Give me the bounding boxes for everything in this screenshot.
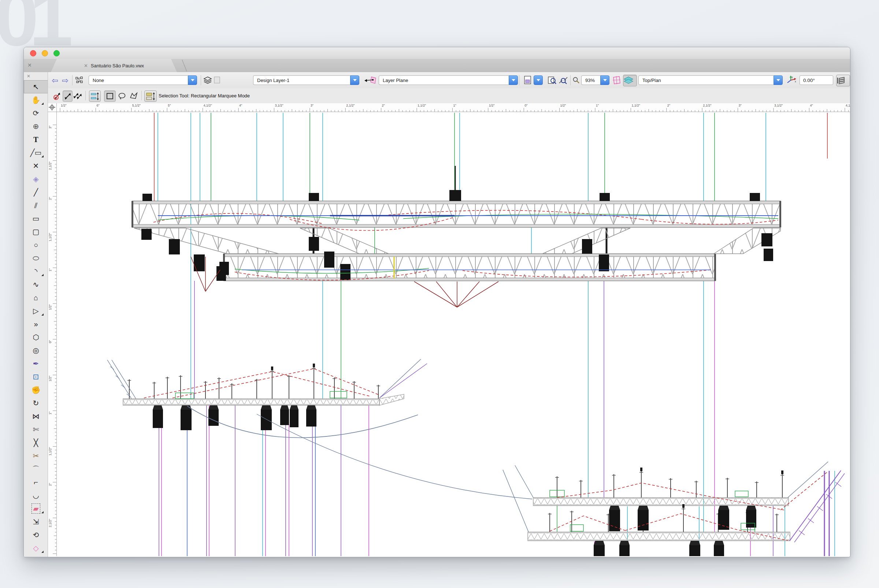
fit-page-button[interactable] <box>559 72 568 88</box>
cable-line <box>790 471 841 541</box>
palette-close-icon[interactable]: ✕ <box>24 72 48 80</box>
rectangle-tool[interactable]: ▭ <box>24 212 48 225</box>
fit-objects-button[interactable] <box>547 72 557 88</box>
back-button[interactable]: ⇦ <box>52 72 58 88</box>
mode-rectangular-marquee[interactable] <box>104 90 116 102</box>
mode-lasso-marquee[interactable] <box>117 90 127 101</box>
ellipse-tool[interactable]: ⬭ <box>24 252 48 265</box>
fillet-edge-tool[interactable]: ◡ <box>24 489 48 502</box>
cable-line <box>503 470 529 532</box>
resize-tool[interactable]: ⇲ <box>24 515 48 528</box>
truss-endcap <box>131 201 133 227</box>
h-ruler-label: 3,1/2" <box>275 104 283 107</box>
align-plane-tool[interactable]: ◇ <box>24 542 48 555</box>
angle-field[interactable]: 0.00° <box>799 72 833 88</box>
clipped-bottom-tool[interactable]: ▴ <box>24 555 48 557</box>
cable-line <box>436 282 457 307</box>
rounded-rectangle-tool[interactable]: ▢ <box>24 225 48 238</box>
rotate-3d-tool[interactable]: ⟲ <box>24 528 48 542</box>
saved-views-stack-button[interactable] <box>836 75 850 86</box>
mode-interactive-scaling-off[interactable] <box>53 90 62 101</box>
trim-tool[interactable]: ╳ <box>24 436 48 449</box>
zoom-tool[interactable]: ⊕ <box>24 120 48 133</box>
speaker-box <box>141 229 152 240</box>
truss-chord <box>132 224 780 227</box>
circle-tool[interactable]: ○ <box>24 238 48 252</box>
saved-views-button[interactable] <box>75 72 84 88</box>
clip-tool[interactable]: ✂ <box>24 449 48 462</box>
class-dropdown[interactable]: None <box>89 72 197 88</box>
fit-page-icon <box>559 76 568 85</box>
polyline-tool[interactable]: ▷ <box>24 304 48 317</box>
hoist-top <box>619 541 630 545</box>
svg-text:y: y <box>792 76 793 79</box>
fillet-tool[interactable]: ⌒ <box>24 462 48 476</box>
cable-line <box>457 282 479 307</box>
flyover-tool[interactable]: ⟳ <box>24 106 48 120</box>
mode-interactive-scaling-all[interactable] <box>73 90 83 101</box>
blank-page-icon <box>213 76 221 84</box>
eraser-tool[interactable]: ▰ <box>24 502 48 515</box>
app-window: ✕ ✕ Santuário São Paulo.vwx ⇦ ⇨ None Des… <box>23 47 850 557</box>
reshape-hand-tool[interactable]: ✊ <box>24 383 48 396</box>
h-ruler-label: 1" <box>453 104 456 107</box>
tab-close-icon[interactable]: ✕ <box>84 63 88 69</box>
polygon-tool[interactable]: ⌂ <box>24 291 48 304</box>
freehand-tool[interactable]: ∿ <box>24 278 48 291</box>
view-dropdown[interactable]: Top/Plan <box>639 72 783 88</box>
zoom-dropdown[interactable]: 93% <box>581 72 609 88</box>
chamfer-tool[interactable]: ⌐ <box>24 476 48 489</box>
callout-tool[interactable]: ╱▭ <box>24 146 48 159</box>
forward-button[interactable]: ⇨ <box>62 72 69 88</box>
page-setup-dropdown[interactable] <box>523 72 543 88</box>
shear-knife-tool[interactable]: ✄ <box>24 423 48 436</box>
hoist-motor <box>143 194 152 201</box>
page-setup-arrow[interactable] <box>533 75 543 85</box>
view-dropdown-arrow[interactable] <box>774 75 783 85</box>
layer-dropdown-arrow[interactable] <box>350 75 359 85</box>
regular-polygon-tool-icon: ⬡ <box>33 333 39 341</box>
pan-tool[interactable]: ✋ <box>24 93 48 106</box>
rotate-tool[interactable]: ↻ <box>24 396 48 410</box>
zoom-window-button[interactable] <box>54 50 60 56</box>
zoom-dropdown-arrow[interactable] <box>600 75 609 85</box>
minimize-window-button[interactable] <box>42 50 48 56</box>
mode-interactive-scaling-marquee[interactable] <box>63 90 72 102</box>
close-window-button[interactable] <box>30 50 36 56</box>
class-dropdown-arrow[interactable] <box>188 75 197 85</box>
x-symbol-tool[interactable]: ✕ <box>24 159 48 172</box>
sheet-stack-icon <box>837 76 846 85</box>
bracket <box>570 525 583 531</box>
text-tool[interactable]: T <box>24 133 48 146</box>
blank-page-button[interactable] <box>213 72 221 88</box>
line-tool[interactable]: ╱ <box>24 186 48 199</box>
spiral-tool[interactable]: ◎ <box>24 344 48 357</box>
double-line-tool[interactable]: ⫽ <box>24 199 48 212</box>
layer-dropdown[interactable]: Design Layer-1 <box>253 72 359 88</box>
mode-polygon-marquee[interactable] <box>129 90 139 101</box>
regular-polygon-tool[interactable]: ⬡ <box>24 331 48 344</box>
plane-dropdown-arrow[interactable] <box>509 75 518 85</box>
hoist-top <box>306 405 316 410</box>
double-polygon-tool[interactable]: » <box>24 317 48 331</box>
ellipse-tool-icon: ⬭ <box>33 255 39 262</box>
mode-resize-control[interactable] <box>89 90 101 102</box>
tabbar-close-icon[interactable]: ✕ <box>27 62 32 68</box>
arc-tool[interactable]: ◝ <box>24 265 48 278</box>
eyedropper-tool[interactable]: ✒ <box>24 357 48 370</box>
document-tab[interactable]: ✕ Santuário São Paulo.vwx <box>51 59 177 72</box>
selection-tool[interactable]: ↖ <box>24 80 48 93</box>
mast-flag <box>271 366 273 370</box>
scaling-arrow-icon <box>63 92 72 100</box>
working-plane-button[interactable] <box>611 72 622 88</box>
offset-tool[interactable]: ⊡ <box>24 370 48 383</box>
mode-cabinet-control[interactable] <box>144 90 157 102</box>
class-options-button[interactable] <box>203 72 212 88</box>
plane-dropdown[interactable]: Layer Plane <box>379 72 518 88</box>
drawing-canvas[interactable] <box>57 112 850 556</box>
extrude-tool[interactable]: ◈ <box>24 172 48 186</box>
polygon-tool-icon: ⌂ <box>34 294 38 302</box>
unified-view-button[interactable] <box>623 75 637 86</box>
mirror-tool[interactable]: ⋈ <box>24 410 48 423</box>
tab-bar: ✕ ✕ Santuário São Paulo.vwx <box>24 59 850 72</box>
